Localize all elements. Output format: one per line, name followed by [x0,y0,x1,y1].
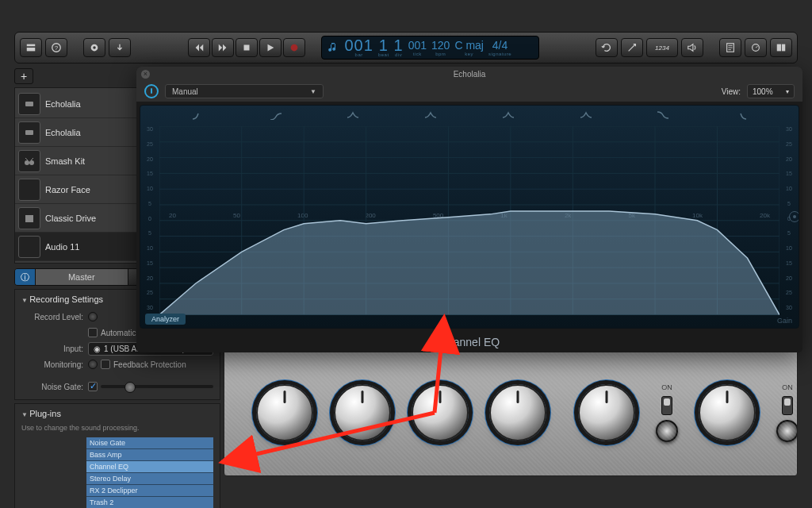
plugin-window: × Echolalia Manual▼ View: 100%▾ 30252015… [136,67,802,352]
eq-band-icons [159,109,779,125]
plugin-slot[interactable]: RX 2 Declipper [86,485,213,497]
countoff-button[interactable] [83,38,105,57]
svg-rect-11 [782,44,785,52]
amp-knob[interactable] [256,384,313,441]
note-icon [327,41,339,54]
amp-icon [18,207,40,229]
rewind-button[interactable] [188,38,210,57]
zoom-select[interactable]: 100%▾ [747,84,795,98]
master-tab[interactable]: Master [36,269,128,285]
forward-button[interactable] [212,38,234,57]
input-label: Input: [21,344,83,353]
band-bell-icon[interactable] [580,109,592,121]
band-lowcut-icon[interactable] [192,109,205,121]
svg-point-5 [93,46,96,49]
plugins-heading[interactable]: Plug-ins [21,409,213,418]
counter-mode[interactable]: 1234 [646,38,678,57]
plugin-titlebar[interactable]: × Echolalia [136,67,802,81]
amp-knob[interactable] [578,384,635,441]
plugin-slot[interactable]: Trash 2 [86,497,213,508]
amp-knob[interactable] [699,384,756,441]
close-icon[interactable]: × [141,70,150,79]
band-bell-icon[interactable] [424,109,437,121]
monitoring-toggle[interactable] [88,360,98,369]
preset-select[interactable]: Manual▼ [165,84,324,98]
plugin-toolbar: Manual▼ View: 100%▾ [136,81,802,102]
plugin-slot[interactable]: Stereo Delay [86,473,213,485]
stop-button[interactable] [236,38,258,57]
main-toolbar: ? 001bar 1beat 1div 001tick 120bpm C maj… [14,32,798,64]
view-label: View: [722,87,741,96]
amp-switch[interactable] [661,396,672,415]
media-browser-button[interactable] [770,38,792,57]
power-icon[interactable] [144,84,159,98]
plugin-slot[interactable]: Channel EQ [86,461,213,473]
monitoring-label: Monitoring: [21,360,83,369]
eq-curve-chart[interactable] [159,126,779,315]
gain-handle[interactable] [789,211,799,222]
amp-rack: ON ON [224,349,798,476]
band-lowshelf-icon[interactable] [270,109,282,121]
notepad-button[interactable] [719,38,741,57]
plugin-slot-list: Noise Gate Bass Amp Channel EQ Stereo De… [86,437,213,508]
amp-knob[interactable] [489,384,546,441]
drumkit-icon [18,150,40,172]
track-icon [18,179,40,201]
band-highshelf-icon[interactable] [657,109,669,121]
help-button[interactable]: ? [45,38,67,57]
track-icon [18,236,40,258]
analyzer-button[interactable]: Analyzer [145,314,186,325]
record-button[interactable] [283,38,305,57]
noise-gate-label: Noise Gate: [21,383,83,391]
amp-knob[interactable] [334,384,391,441]
record-level-knob[interactable] [88,312,98,321]
plugin-slot[interactable]: Bass Amp [86,449,213,461]
info-tab[interactable]: ⓘ [15,269,36,285]
svg-rect-1 [27,48,36,51]
lcd-display[interactable]: 001bar 1beat 1div 001tick 120bpm C majke… [321,36,539,60]
play-button[interactable] [259,38,282,57]
amp-switch[interactable] [782,396,793,415]
jack-icon [656,420,678,442]
noise-gate-slider[interactable] [101,385,213,388]
plugin-title: Echolalia [454,70,486,79]
band-bell-icon[interactable] [347,109,359,121]
tuner2-button[interactable] [621,38,643,57]
amp-knob[interactable] [412,384,469,441]
jack-icon [776,420,798,442]
noise-gate-checkbox[interactable] [88,382,98,391]
master-vol-button[interactable] [681,38,703,57]
auto-level-checkbox[interactable] [88,328,98,337]
record-level-label: Record Level: [21,313,83,321]
feedback-checkbox[interactable] [101,360,110,369]
track-icon [18,121,40,144]
tuner-button[interactable] [109,38,131,57]
plugin-slot[interactable]: Noise Gate [86,437,213,449]
svg-rect-13 [25,130,33,135]
plugins-desc: Use to change the sound processing. [21,423,213,433]
gain-label: Gain [777,317,792,325]
svg-text:?: ? [55,44,59,52]
left-db-scale: 30252015105051015202530 [142,126,158,310]
svg-point-14 [25,160,29,165]
eq-display[interactable]: 30252015105051015202530 3025201510505101… [140,105,799,329]
svg-rect-0 [27,44,36,47]
svg-rect-16 [25,215,33,222]
cycle-button[interactable] [596,38,618,57]
band-highcut-icon[interactable] [734,109,747,121]
svg-rect-10 [777,44,781,52]
library-button[interactable] [20,38,42,57]
band-bell-icon[interactable] [502,109,515,121]
svg-point-15 [29,160,34,165]
svg-point-7 [290,44,297,52]
loop-browser-button[interactable] [745,38,767,57]
track-icon [18,93,40,115]
svg-rect-6 [243,45,249,51]
add-track-button[interactable]: + [14,68,33,84]
plugin-name-label: Channel EQ [136,332,802,352]
plugins-panel: Plug-ins Use to change the sound process… [14,403,220,508]
svg-rect-12 [25,102,33,106]
